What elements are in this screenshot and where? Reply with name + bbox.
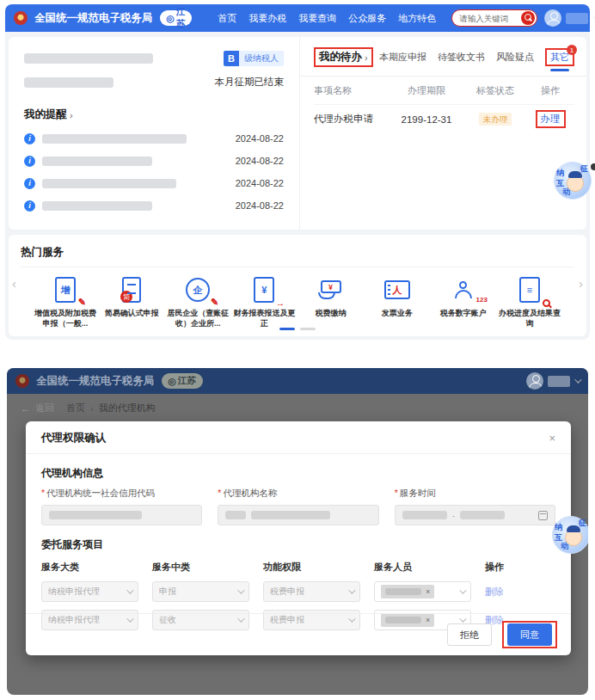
col-function-permission: 功能权限: [263, 561, 360, 574]
location-pin-icon: ◎: [167, 13, 175, 23]
calendar-icon[interactable]: [538, 511, 548, 520]
clear-icon[interactable]: ×: [426, 587, 430, 596]
agree-button[interactable]: 同意: [507, 623, 552, 646]
date-range-dash: -: [452, 511, 455, 520]
todo-tabs: 本期应申报 待签收文书 风险疑点 其它 1: [379, 48, 574, 66]
breadcrumb-home[interactable]: 首页: [66, 402, 85, 414]
reminder-item[interactable]: i 2024-08-22: [24, 127, 284, 150]
reminder-text-redacted: [42, 179, 176, 188]
col-status: 标签状态: [464, 84, 526, 97]
region-badge[interactable]: ◎江苏: [160, 10, 193, 26]
dashboard-main-card: B 级纳税人 本月征期已结束 我的提醒› i 2024-08-22 i: [9, 37, 586, 230]
breadcrumb: ← 返回 首页 › 我的代理机构: [7, 394, 588, 414]
service-vat-declare[interactable]: 增 ✎ 增值税及附加税费申报（一般...: [34, 274, 96, 329]
chevron-down-icon[interactable]: [574, 376, 581, 383]
top-navbar: 全国统一规范电子税务局 ◎江苏 首页 我要办税 我要查询 公众服务 地方特色: [5, 4, 590, 32]
agency-confirm-screenshot: 全国统一规范电子税务局 ◎江苏 ← 返回 首页 › 我的代理机构 代理权限确认 …: [7, 368, 588, 695]
mascot-widget[interactable]: 征 纳 互 动: [554, 162, 593, 201]
col-middle-category: 服务中类: [152, 561, 249, 574]
reminder-text-redacted: [42, 157, 152, 166]
agency-permission-modal: 代理权限确认 × 代理机构信息 *代理机构统一社会信用代码 *代理机构名称 *服…: [26, 421, 571, 655]
permission-select[interactable]: 税费申报: [263, 581, 360, 602]
username-redacted: [566, 13, 588, 24]
service-invoice[interactable]: 人 发票业务: [366, 274, 428, 319]
search-input[interactable]: [459, 14, 521, 23]
back-link[interactable]: 返回: [35, 402, 54, 414]
todo-title[interactable]: 我的待办›: [319, 50, 368, 64]
service-digital-account[interactable]: 123 税务数字账户: [432, 274, 494, 319]
handle-link[interactable]: 办理: [541, 113, 561, 126]
close-icon[interactable]: ×: [549, 433, 555, 444]
tab-other[interactable]: 其它 1: [550, 51, 569, 64]
tax-bureau-logo-icon: [15, 374, 29, 388]
location-pin-icon: ◎: [169, 376, 176, 386]
search-box[interactable]: [451, 9, 537, 27]
reminder-item[interactable]: i 2024-08-22: [24, 194, 284, 217]
value-redacted: [251, 511, 330, 519]
personnel-select[interactable]: ×: [374, 581, 471, 602]
avatar[interactable]: [526, 372, 543, 390]
arrow-right-icon: →: [275, 298, 285, 308]
nav-item-public-service[interactable]: 公众服务: [348, 12, 386, 25]
reminder-item[interactable]: i 2024-08-22: [24, 150, 284, 172]
active-tab-underline: [550, 69, 569, 71]
service-time-input[interactable]: -: [395, 505, 555, 525]
nav-item-local-feature[interactable]: 地方特色: [398, 12, 436, 25]
carousel-left-icon[interactable]: ‹: [12, 276, 16, 291]
mascot-widget[interactable]: 征 纳 互 动: [552, 516, 588, 556]
grade-letter: B: [224, 51, 239, 66]
nav-item-query[interactable]: 我要查询: [298, 12, 336, 25]
vat-declare-icon: 增 ✎: [34, 274, 96, 305]
pencil-icon: ✎: [211, 297, 218, 308]
info-icon: i: [24, 200, 35, 212]
reminder-item[interactable]: i 2024-08-22: [24, 172, 284, 194]
back-arrow-icon[interactable]: ←: [21, 403, 30, 414]
reject-button[interactable]: 拒绝: [447, 623, 492, 646]
tab-risk-doubts[interactable]: 风险疑点: [496, 51, 534, 64]
table-row: 代理办税申请 2199-12-31 未办理 办理: [314, 104, 574, 133]
avatar[interactable]: [544, 9, 561, 27]
breadcrumb-separator-icon: ›: [90, 403, 94, 414]
service-simple-confirm[interactable]: 简 简易确认式申报: [101, 274, 163, 319]
chevron-down-icon: [126, 586, 133, 593]
carousel-dots: [9, 328, 586, 330]
carousel-right-icon[interactable]: ›: [579, 276, 583, 291]
nav-item-home[interactable]: 首页: [218, 12, 236, 25]
credit-code-input[interactable]: [41, 505, 202, 525]
agency-name-input[interactable]: [218, 505, 378, 525]
nav-item-do-tax[interactable]: 我要办税: [248, 12, 286, 25]
reminder-text-redacted: [42, 134, 187, 144]
tab-current-declare[interactable]: 本期应申报: [379, 51, 426, 64]
service-tax-payment[interactable]: ¥ 税费缴纳: [300, 274, 362, 319]
todo-panel: 我的待办› 本期应申报 待签收文书 风险疑点 其它 1: [299, 37, 586, 230]
service-items-section-title: 委托服务项目: [41, 537, 555, 552]
delete-link[interactable]: 删除: [485, 586, 504, 599]
service-progress-query[interactable]: ≡ 办税进度及结果查询: [499, 274, 561, 329]
service-financial-report[interactable]: ¥ → 财务报表报送及更正: [233, 274, 295, 329]
field-credit-code: *代理机构统一社会信用代码: [41, 488, 202, 525]
main-nav: 首页 我要办税 我要查询 公众服务 地方特色: [218, 12, 436, 25]
magnifier-icon: [543, 299, 550, 307]
reminder-date: 2024-08-22: [236, 133, 284, 144]
reminder-text-redacted: [42, 201, 152, 211]
tab-documents-to-sign[interactable]: 待签收文书: [438, 51, 485, 64]
link-arrow-icon: ›: [365, 52, 368, 63]
hand-icon: [318, 292, 335, 299]
username-redacted: [548, 376, 570, 387]
carousel-dot-active[interactable]: [279, 328, 295, 330]
hot-services-title: 热门服务: [21, 245, 64, 260]
service-enterprise-income[interactable]: 企 ✎ 居民企业（查账征收）企业所...: [167, 274, 229, 329]
mascot-close-icon[interactable]: [591, 163, 595, 170]
progress-query-icon: ≡: [499, 274, 561, 305]
carousel-dot[interactable]: [300, 328, 316, 330]
info-icon: i: [24, 178, 35, 189]
required-mark: *: [218, 488, 221, 498]
middle-category-select[interactable]: 申报: [152, 581, 249, 602]
breadcrumb-current: 我的代理机构: [99, 402, 156, 414]
modal-title: 代理权限确认: [41, 431, 106, 445]
link-arrow-icon: ›: [70, 110, 73, 120]
reminders-title[interactable]: 我的提醒›: [24, 107, 73, 122]
personnel-redacted: [385, 588, 421, 595]
major-category-select[interactable]: 纳税申报代理: [41, 581, 138, 602]
search-icon[interactable]: [521, 11, 535, 25]
